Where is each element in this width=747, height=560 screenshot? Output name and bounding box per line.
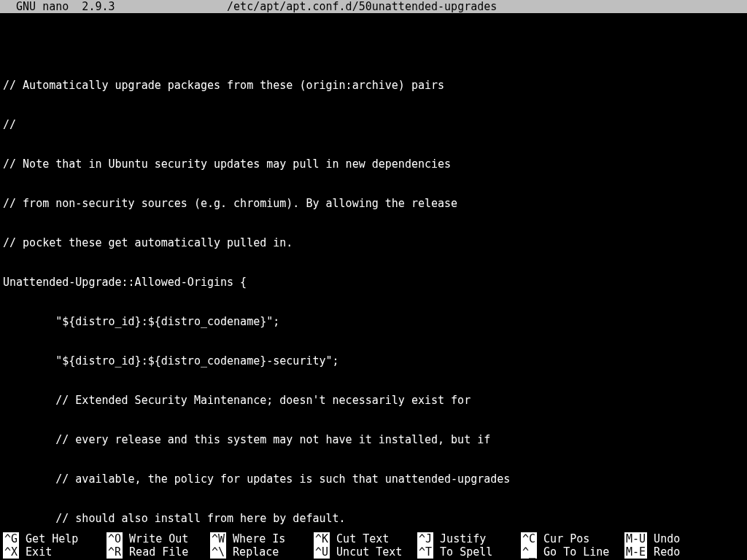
- shortcut-row-2: ^XExit ^RRead File ^\Replace ^UUncut Tex…: [3, 545, 744, 559]
- titlebar-spacer: [115, 0, 228, 13]
- key-label: ^W: [210, 532, 226, 545]
- key-label: ^T: [417, 545, 433, 559]
- shortcut-read-file[interactable]: ^RRead File: [107, 545, 210, 559]
- code-line: "${distro_id}:${distro_codename}";: [3, 315, 744, 328]
- code-line: "${distro_id}:${distro_codename}-securit…: [3, 354, 744, 368]
- code-line: // Note that in Ubuntu security updates …: [3, 158, 744, 171]
- shortcut-undo[interactable]: M-UUndo: [624, 532, 728, 545]
- shortcut-label: Go To Line: [537, 545, 609, 559]
- key-label: ^_: [521, 545, 537, 559]
- code-line: // should also install from here by defa…: [3, 512, 744, 525]
- blank-line: [3, 39, 744, 52]
- editor-content[interactable]: // Automatically upgrade packages from t…: [0, 13, 747, 532]
- titlebar: GNU nano 2.9.3 /etc/apt/apt.conf.d/50una…: [0, 0, 747, 13]
- shortcut-label: Undo: [647, 532, 680, 545]
- key-label: ^C: [521, 532, 537, 545]
- code-line: //: [3, 118, 744, 131]
- key-label: ^J: [417, 532, 433, 545]
- shortcut-label: Write Out: [123, 532, 188, 545]
- shortcut-label: Read File: [123, 545, 188, 559]
- key-label: ^\: [210, 545, 226, 559]
- shortcut-row-1: ^GGet Help ^OWrite Out ^WWhere Is ^KCut …: [3, 532, 744, 545]
- shortcut-label: Justify: [433, 532, 486, 545]
- code-line: Unattended-Upgrade::Allowed-Origins {: [3, 276, 744, 289]
- nano-terminal: GNU nano 2.9.3 /etc/apt/apt.conf.d/50una…: [0, 0, 747, 560]
- shortcut-label: Cur Pos: [537, 532, 589, 545]
- shortcut-go-to-line[interactable]: ^_Go To Line: [521, 545, 624, 559]
- shortcut-to-spell[interactable]: ^TTo Spell: [417, 545, 521, 559]
- shortcut-label: To Spell: [433, 545, 492, 559]
- app-name: GNU nano 2.9.3: [0, 0, 115, 13]
- key-label: ^O: [107, 532, 123, 545]
- shortcut-where-is[interactable]: ^WWhere Is: [210, 532, 314, 545]
- shortcut-cut-text[interactable]: ^KCut Text: [314, 532, 417, 545]
- shortcut-cur-pos[interactable]: ^CCur Pos: [521, 532, 624, 545]
- shortcut-redo[interactable]: M-ERedo: [624, 545, 728, 559]
- shortcut-label: Cut Text: [330, 532, 389, 545]
- shortcut-bar: ^GGet Help ^OWrite Out ^WWhere Is ^KCut …: [0, 532, 747, 560]
- shortcut-exit[interactable]: ^XExit: [3, 545, 107, 559]
- code-line: // available, the policy for updates is …: [3, 472, 744, 486]
- shortcut-get-help[interactable]: ^GGet Help: [3, 532, 107, 545]
- shortcut-label: Where Is: [226, 532, 285, 545]
- key-label: M-U: [624, 532, 647, 545]
- shortcut-label: Exit: [19, 545, 52, 559]
- code-line: // Automatically upgrade packages from t…: [3, 79, 744, 92]
- shortcut-label: Replace: [226, 545, 279, 559]
- key-label: ^X: [3, 545, 19, 559]
- code-line: // from non-security sources (e.g. chrom…: [3, 197, 744, 210]
- shortcut-justify[interactable]: ^JJustify: [417, 532, 521, 545]
- shortcut-label: Redo: [647, 545, 680, 559]
- code-line: // every release and this system may not…: [3, 433, 744, 446]
- shortcut-write-out[interactable]: ^OWrite Out: [107, 532, 210, 545]
- key-label: ^R: [107, 545, 123, 559]
- shortcut-replace[interactable]: ^\Replace: [210, 545, 314, 559]
- key-label: ^G: [3, 532, 19, 545]
- file-path: /etc/apt/apt.conf.d/50unattended-upgrade…: [227, 0, 497, 13]
- code-line: // pocket these get automatically pulled…: [3, 236, 744, 249]
- shortcut-label: Get Help: [19, 532, 78, 545]
- shortcut-label: Uncut Text: [330, 545, 402, 559]
- code-line: // Extended Security Maintenance; doesn'…: [3, 394, 744, 407]
- key-label: ^K: [314, 532, 330, 545]
- key-label: M-E: [624, 545, 647, 559]
- key-label: ^U: [314, 545, 330, 559]
- shortcut-uncut-text[interactable]: ^UUncut Text: [314, 545, 417, 559]
